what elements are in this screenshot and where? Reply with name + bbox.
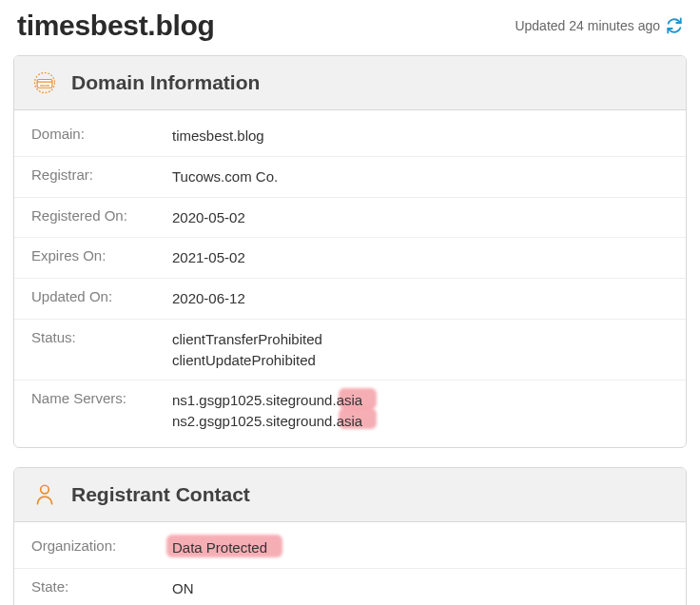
row-name-servers: Name Servers: ns1.gsgp1025.siteground.as…: [14, 381, 686, 441]
registrant-header: Registrant Contact: [14, 468, 686, 522]
value-organization: Data Protected: [172, 537, 267, 558]
ns-line-2: ns2.gsgp1025.siteground.asia: [172, 411, 362, 432]
domain-info-card: www Domain Information Domain: timesbest…: [13, 55, 687, 448]
registrant-card: Registrant Contact Organization: Data Pr…: [13, 467, 687, 605]
domain-info-header: www Domain Information: [14, 56, 686, 110]
refresh-icon[interactable]: [666, 17, 683, 34]
domain-info-title: Domain Information: [71, 71, 260, 94]
registrant-body: Organization: Data Protected State: ON C…: [14, 522, 686, 605]
updated-text: Updated 24 minutes ago: [515, 18, 660, 33]
row-organization: Organization: Data Protected: [14, 528, 686, 569]
row-updated-on: Updated On: 2020-06-12: [14, 279, 686, 320]
organization-text: Data Protected: [172, 539, 267, 556]
www-icon: www: [31, 69, 58, 96]
domain-title: timesbest.blog: [17, 10, 215, 42]
value-name-servers: ns1.gsgp1025.siteground.asia ns2.gsgp102…: [172, 390, 362, 432]
label-registrar: Registrar:: [31, 166, 172, 183]
svg-point-4: [41, 485, 49, 494]
value-updated-on: 2020-06-12: [172, 288, 245, 309]
label-updated-on: Updated On:: [31, 288, 172, 304]
row-state: State: ON: [14, 569, 686, 606]
row-registrar: Registrar: Tucows.com Co.: [14, 157, 686, 198]
person-icon: [31, 481, 58, 508]
label-expires-on: Expires On:: [31, 247, 172, 263]
status-line-1: clientTransferProhibited: [172, 329, 322, 350]
registrant-title: Registrant Contact: [71, 483, 250, 506]
value-registered-on: 2020-05-02: [172, 207, 245, 228]
value-status: clientTransferProhibited clientUpdatePro…: [172, 329, 322, 371]
ns-line-1: ns1.gsgp1025.siteground.asia: [172, 390, 362, 411]
svg-text:www: www: [39, 83, 50, 88]
value-expires-on: 2021-05-02: [172, 247, 245, 268]
domain-info-body: Domain: timesbest.blog Registrar: Tucows…: [14, 110, 686, 447]
label-registered-on: Registered On:: [31, 207, 172, 224]
value-state: ON: [172, 578, 194, 599]
label-name-servers: Name Servers:: [31, 390, 172, 406]
label-organization: Organization:: [31, 537, 172, 554]
updated-wrap: Updated 24 minutes ago: [515, 17, 683, 34]
row-domain: Domain: timesbest.blog: [14, 116, 686, 157]
row-status: Status: clientTransferProhibited clientU…: [14, 320, 686, 381]
row-registered-on: Registered On: 2020-05-02: [14, 198, 686, 239]
label-state: State:: [31, 578, 172, 595]
label-status: Status:: [31, 329, 172, 345]
row-expires-on: Expires On: 2021-05-02: [14, 238, 686, 279]
status-line-2: clientUpdateProhibited: [172, 350, 322, 371]
page-header: timesbest.blog Updated 24 minutes ago: [13, 10, 687, 42]
value-registrar: Tucows.com Co.: [172, 166, 278, 187]
value-domain: timesbest.blog: [172, 126, 264, 146]
label-domain: Domain:: [31, 126, 172, 142]
